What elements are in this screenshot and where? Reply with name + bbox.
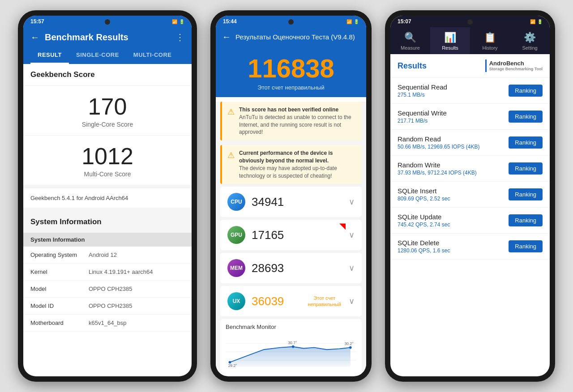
row-val: Linux 4.19.191+ aarch64 [89,268,153,275]
sqlite-insert-ranking-btn[interactable]: Ranking [509,188,543,200]
multi-core-label: Multi-Core Score [23,170,192,178]
phone1-header: ← Benchmark Results ⋮ [23,27,192,47]
metric-rand-read: Random Read 50.66 MB/s, 12969.65 IOPS (4… [390,130,550,156]
phone3-screen: 15:07 📶 🔋 🔍 Measure 📊 Results 📋 History … [390,16,550,376]
phone3-notch [467,19,473,25]
antutu-score: 116838 [216,55,366,81]
cpu-score: 34941 [252,195,284,209]
rand-read-ranking-btn[interactable]: Ranking [509,136,543,149]
setting-icon: ⚙️ [524,32,536,43]
mem-chevron-icon[interactable]: ∨ [349,263,355,273]
single-core-block: 170 Single-Core Score [23,86,192,136]
cpu-category: CPU 34941 ∨ [220,187,362,217]
phone1-content: Geekbench Score 170 Single-Core Score 10… [23,64,192,332]
gpu-chevron-icon[interactable]: ∨ [349,230,355,240]
phone1-notch [105,19,110,25]
metric-rand-write-val: 37.93 MB/s, 9712.24 IOPS (4KB) [398,170,477,176]
phone1-screen: 15:57 📶 🔋 ← Benchmark Results ⋮ RESULT S… [23,16,192,376]
metric-sqlite-insert: SQLite Insert 809.69 QPS, 2.52 sec Ranki… [390,182,550,208]
logo-text: AndroBench Storage Benchmarking Tool [489,60,543,72]
multi-core-block: 1012 Multi-Core Score [23,136,192,185]
nav-measure[interactable]: 🔍 Measure [390,27,430,54]
gpu-badge: GPU [227,226,245,244]
phone3-shell: 15:07 📶 🔋 🔍 Measure 📊 Results 📋 History … [385,10,555,382]
table-row: Model OPPO CPH2385 [23,281,192,298]
back-arrow-icon[interactable]: ← [222,32,231,42]
phone2-status-icons: 📶 🔋 [346,19,359,24]
seq-read-ranking-btn[interactable]: Ranking [509,85,543,97]
tab-multi-core[interactable]: MULTI-CORE [126,47,179,64]
metric-seq-read-name: Sequential Read [398,83,447,91]
tab-result[interactable]: RESULT [30,47,69,64]
nav-history-label: History [482,45,497,51]
phone1-time: 15:57 [30,18,44,25]
history-icon: 📋 [484,32,496,43]
metric-seq-write-val: 217.71 MB/s [398,118,447,124]
benchmark-monitor: Benchmark Monitor [220,319,362,376]
phone2-notch [288,19,294,25]
back-arrow-icon[interactable]: ← [30,32,39,43]
warning1-icon: ⚠ [227,107,235,117]
ux-invalid-label: Этот счетнеправильный [308,295,341,308]
metric-sqlite-delete-val: 1280.06 QPS, 1.6 sec [398,247,450,254]
results-header: Results AndroBench Storage Benchmarking … [390,54,550,78]
mem-category: MEM 28693 ∨ [220,253,362,283]
ux-badge: UX [227,292,245,310]
results-icon: 📊 [444,32,456,43]
metrics-list: Sequential Read 275.1 MB/s Ranking Seque… [390,78,550,260]
svg-text:29.2°: 29.2° [228,363,237,368]
cpu-chevron-icon[interactable]: ∨ [349,197,355,207]
measure-icon: 🔍 [404,32,416,43]
results-title: Results [398,61,427,71]
table-header: System Information [23,233,192,247]
gpu-score: 17165 [252,228,284,242]
phone3-time: 15:07 [398,18,411,25]
metric-seq-write-name: Sequential Write [398,109,447,117]
more-options-icon[interactable]: ⋮ [175,32,184,43]
seq-write-ranking-btn[interactable]: Ranking [509,111,543,123]
phone2-title: Результаты Оценочного Теста (V9.4.8) [235,33,360,41]
red-flag-icon [339,223,346,230]
metric-sqlite-update-val: 745.42 QPS, 2.74 sec [398,222,450,228]
warning1-text: This score has not been verified online … [239,106,356,136]
score-section-title: Geekbench Score [23,64,192,86]
sqlite-update-ranking-btn[interactable]: Ranking [509,214,543,226]
metric-sqlite-delete: SQLite Delete 1280.06 QPS, 1.6 sec Ranki… [390,234,550,260]
single-core-score: 170 [23,95,192,118]
mem-badge: MEM [227,259,245,277]
tab-single-core[interactable]: SINGLE-CORE [69,47,126,64]
androbench-logo: AndroBench Storage Benchmarking Tool [485,60,543,72]
metric-sqlite-delete-name: SQLite Delete [398,239,450,247]
table-row: Model ID OPPO CPH2385 [23,298,192,315]
cpu-badge: CPU [227,193,245,211]
geekbench-score-section: Geekbench Score 170 Single-Core Score 10… [23,64,192,185]
nav-results[interactable]: 📊 Results [430,27,470,54]
nav-history[interactable]: 📋 History [470,27,510,54]
phone2-time: 15:44 [223,18,237,25]
benchmark-chart: 29.2° 30.7° 30.2° [226,334,356,370]
row-key: Motherboard [30,320,89,326]
metric-seq-read: Sequential Read 275.1 MB/s Ranking [390,78,550,104]
row-val: k65v1_64_bsp [89,320,127,326]
rand-write-ranking-btn[interactable]: Ranking [509,162,543,175]
warning2-icon: ⚠ [227,150,235,160]
phone2-content: ⚠ This score has not been verified onlin… [216,102,366,376]
metric-seq-write: Sequential Write 217.71 MB/s Ranking [390,104,550,130]
metric-sqlite-update: SQLite Update 745.42 QPS, 2.74 sec Ranki… [390,208,550,234]
nav-results-label: Results [442,45,458,51]
svg-point-5 [349,346,352,349]
phone1-title: Benchmark Results [45,32,170,43]
score-invalid-label: Этот счет неправильный [216,84,366,91]
nav-setting[interactable]: ⚙️ Setting [510,27,550,54]
metric-sqlite-update-name: SQLite Update [398,213,450,221]
phone1-tabs: RESULT SINGLE-CORE MULTI-CORE [23,47,192,64]
ux-category: UX 36039 Этот счетнеправильный ∨ [220,286,362,316]
phone2-screen: 15:44 📶 🔋 ← Результаты Оценочного Теста … [216,16,366,376]
nav-setting-label: Setting [522,45,537,51]
ux-chevron-icon[interactable]: ∨ [349,296,355,306]
metric-rand-write: Random Write 37.93 MB/s, 9712.24 IOPS (4… [390,156,550,182]
logo-subtitle: Storage Benchmarking Tool [489,67,543,72]
sqlite-delete-ranking-btn[interactable]: Ranking [509,240,543,252]
row-val: Android 12 [89,251,117,258]
phone2-header: ← Результаты Оценочного Теста (V9.4.8) [216,27,366,47]
